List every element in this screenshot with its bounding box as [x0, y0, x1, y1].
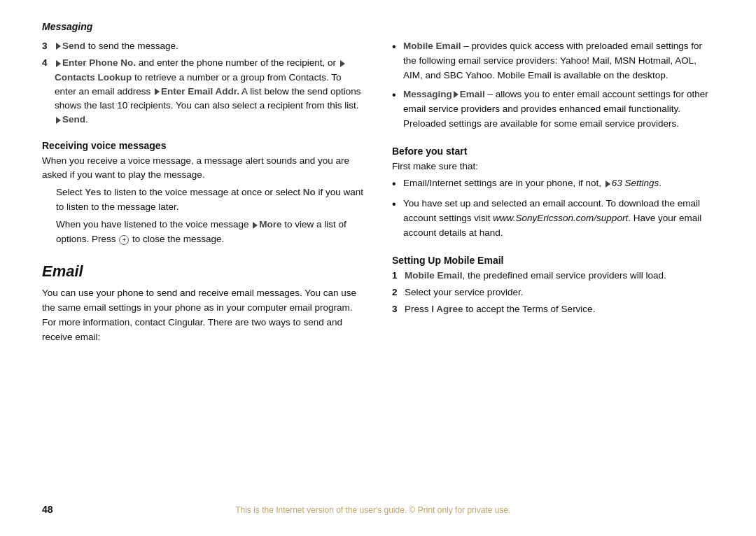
email-title: Email	[42, 262, 364, 281]
bullet-item-1: • Mobile Email – provides quick access w…	[392, 39, 714, 83]
before-start-intro: First make sure that:	[392, 160, 714, 174]
item-4-contactslookup: Contacts Lookup	[55, 72, 132, 83]
before-bullet-2: • You have set up and selected an email …	[392, 197, 714, 241]
arrow-icon-4	[56, 60, 61, 67]
bullet-dot-1: •	[392, 39, 403, 55]
bullet-1-content: Mobile Email – provides quick access wit…	[403, 39, 714, 83]
receiving-title-text: Receiving voice messages	[42, 140, 166, 151]
setup-item-1: 1 Mobile Email, the predefined email ser…	[392, 269, 714, 283]
before-b1-period: .	[659, 178, 662, 188]
item-4-content: Enter Phone No. and enter the phone numb…	[55, 56, 364, 127]
item-4-enterphone: Enter Phone No.	[62, 57, 136, 68]
setup-3-text1: Press	[405, 304, 431, 314]
arrow-email	[454, 91, 458, 98]
email-para: You can use your phone to send and recei…	[42, 286, 364, 345]
arrow-more	[253, 222, 258, 229]
before-b1-italic: 63 Settings	[612, 178, 659, 188]
footer-text: This is the Internet version of the user…	[53, 501, 693, 515]
header-title: Messaging	[42, 21, 92, 32]
item-4-period: .	[85, 114, 88, 125]
email-title-text: Email	[42, 262, 83, 280]
email-para-text: You can use your phone to send and recei…	[42, 288, 356, 342]
before-b1-text1: Email/Internet settings are in your phon…	[403, 178, 604, 188]
item-4-send: Send	[62, 114, 85, 125]
item-4-num: 4	[42, 56, 55, 127]
receiving-title: Receiving voice messages	[42, 140, 364, 151]
setting-up-title-text: Setting Up Mobile Email	[392, 255, 503, 266]
arrow-icon-4b	[340, 60, 345, 67]
bullet-item-2: • MessagingEmail – allows you to enter e…	[392, 87, 714, 132]
setup-num-1: 1	[392, 269, 405, 283]
bullet-2-content: MessagingEmail – allows you to enter ema…	[403, 87, 714, 132]
item-3-content: Send to send the message.	[55, 39, 364, 53]
before-b2-url: www.SonyEricsson.com/support	[493, 213, 628, 223]
setup-2-content: Select your service provider.	[405, 285, 714, 299]
para2-prefix: Select	[56, 187, 85, 197]
setup-2-text: Select your service provider.	[405, 287, 524, 297]
para2-mid: to listen to the voice message at once o…	[102, 187, 303, 197]
receiving-para1-text: When you receive a voice message, a mess…	[42, 155, 349, 181]
before-dot-1: •	[392, 176, 403, 192]
page-number: 48	[42, 504, 53, 515]
arrow-icon-4c	[155, 88, 160, 95]
before-start-bullets: • Email/Internet settings are in your ph…	[392, 176, 714, 244]
para3-more: More	[259, 219, 281, 230]
setup-1-content: Mobile Email, the predefined email servi…	[405, 269, 714, 283]
receiving-para3: When you have listened to the voice mess…	[56, 218, 364, 247]
numbered-item-3: 3 Send to send the message.	[42, 39, 364, 53]
item-3-num: 3	[42, 39, 55, 53]
before-bullet-1-content: Email/Internet settings are in your phon…	[403, 176, 662, 191]
bullet-dot-2: •	[392, 87, 403, 103]
before-dot-2: •	[392, 197, 403, 212]
setup-num-2: 2	[392, 285, 405, 299]
para2-yes: Yes	[85, 187, 101, 197]
setting-up-title: Setting Up Mobile Email	[392, 255, 714, 266]
para3-close: to close the message.	[130, 234, 224, 244]
circle-icon: +	[119, 235, 129, 245]
before-bullet-2-content: You have set up and selected an email ac…	[403, 197, 714, 241]
numbered-item-4: 4 Enter Phone No. and enter the phone nu…	[42, 56, 364, 127]
item-3-send: Send	[62, 41, 85, 51]
right-bullet-list: • Mobile Email – provides quick access w…	[392, 39, 714, 136]
before-start-title: Before you start	[392, 146, 714, 157]
setup-1-text: , the predefined email service providers…	[463, 270, 666, 281]
right-column: • Mobile Email – provides quick access w…	[392, 39, 714, 490]
setup-item-2: 2 Select your service provider.	[392, 285, 714, 299]
bullet-2-bold1: Messaging	[403, 89, 452, 99]
bullet-2-bold2: Email	[460, 89, 485, 99]
footer: 48 This is the Internet version of the u…	[42, 490, 714, 515]
before-bullet-1: • Email/Internet settings are in your ph…	[392, 176, 714, 192]
bullet-1-bold: Mobile Email	[403, 41, 461, 51]
arrow-icon-4d	[56, 117, 61, 124]
arrow-icon	[56, 43, 61, 50]
before-start-title-text: Before you start	[392, 146, 467, 157]
left-column: 3 Send to send the message. 4 Enter Phon…	[42, 39, 364, 490]
setup-1-bold: Mobile Email	[405, 270, 463, 281]
item-4-text1: and enter the phone number of the recipi…	[136, 57, 339, 68]
setup-3-text2: to accept the Terms of Service.	[463, 304, 596, 314]
before-start-intro-text: First make sure that:	[392, 161, 478, 171]
para2-no: No	[303, 187, 316, 197]
setup-item-3: 3 Press I Agree to accept the Terms of S…	[392, 302, 714, 316]
content-area: 3 Send to send the message. 4 Enter Phon…	[42, 39, 714, 490]
receiving-para1: When you receive a voice message, a mess…	[42, 154, 364, 183]
setup-3-iagree: I Agree	[431, 304, 463, 314]
para3-text1: When you have listened to the voice mess…	[56, 219, 251, 230]
page-header: Messaging	[42, 21, 714, 32]
item-4-emailaddr: Enter Email Addr.	[161, 86, 239, 97]
setup-3-content: Press I Agree to accept the Terms of Ser…	[405, 302, 714, 316]
receiving-para2: Select Yes to listen to the voice messag…	[56, 185, 364, 215]
page: Messaging 3 Send to send the message. 4 …	[0, 0, 756, 536]
setup-num-3: 3	[392, 302, 405, 316]
item-3-text: to send the message.	[85, 41, 178, 51]
arrow-settings	[606, 181, 610, 188]
